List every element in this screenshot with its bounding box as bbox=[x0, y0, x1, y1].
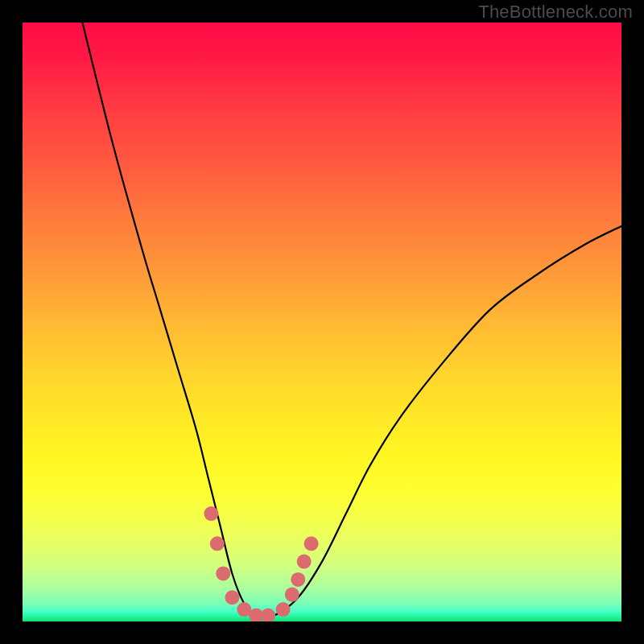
highlight-dot bbox=[285, 588, 299, 602]
highlight-dot bbox=[225, 590, 239, 605]
highlight-dot bbox=[276, 602, 291, 617]
highlight-dots bbox=[204, 506, 318, 621]
highlight-dot bbox=[216, 566, 230, 580]
highlight-dot bbox=[297, 555, 312, 569]
highlight-dot bbox=[261, 609, 275, 621]
chart-svg bbox=[23, 23, 621, 621]
highlight-dot bbox=[204, 506, 218, 521]
outer-frame: TheBottleneck.com bbox=[0, 0, 644, 644]
plot-area bbox=[23, 23, 621, 621]
bottleneck-curve bbox=[82, 23, 621, 617]
watermark-text: TheBottleneck.com bbox=[478, 2, 633, 23]
highlight-dot bbox=[210, 536, 225, 551]
highlight-dot bbox=[291, 572, 305, 587]
highlight-dot bbox=[304, 536, 319, 551]
